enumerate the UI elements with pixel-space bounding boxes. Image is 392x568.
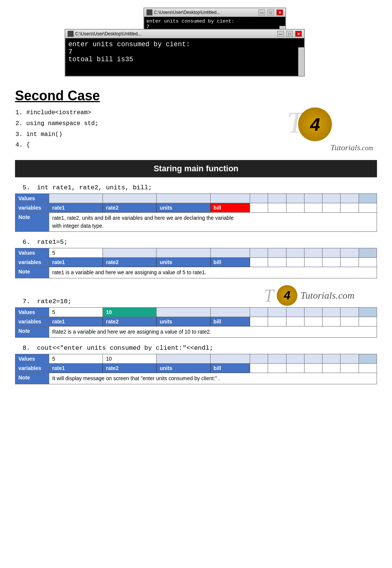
- var6-e5: [323, 258, 341, 267]
- note-text-6: rate1 is a variable and here we are assi…: [49, 267, 377, 278]
- var7-rate2: rate2: [103, 317, 157, 326]
- step-7-note-row: Note Rate2 is a variable and here we are…: [15, 326, 377, 338]
- val8-e7: [359, 354, 377, 364]
- var7-e4: [304, 317, 322, 326]
- step-6-statement: 6. rate1=5;: [23, 239, 377, 246]
- step-7-table: Values 5 10 variables rate1 rate2 units …: [15, 307, 377, 338]
- code-line-4: {: [26, 140, 279, 151]
- values-label-6: Values: [15, 248, 49, 258]
- var7-e5: [323, 317, 341, 326]
- val6-e5: [323, 248, 341, 258]
- large-terminal-icon: [68, 31, 74, 37]
- large-terminal-body: enter units consumed by cient: 7 totoal …: [65, 38, 304, 76]
- large-close-btn[interactable]: ✕: [295, 31, 302, 37]
- close-btn[interactable]: ✕: [276, 9, 283, 15]
- var7-units: units: [157, 317, 210, 326]
- tutorials-dotcom: .com: [360, 144, 374, 152]
- step-8-num: 8.: [23, 344, 30, 352]
- step-5-section: 5. int rate1, rate2, units, bill; Values…: [15, 184, 377, 232]
- note-label-6: Note: [15, 267, 49, 278]
- val7-e7: [359, 308, 377, 317]
- step-6-code: rate1=5;: [37, 239, 68, 246]
- step-8-vars-row: variables rate1 rate2 units bill: [15, 364, 377, 373]
- var8-e4: [304, 364, 322, 373]
- maximize-btn[interactable]: □: [267, 9, 274, 15]
- values-label-7: Values: [15, 308, 49, 317]
- var-units: units: [157, 203, 210, 213]
- val6-u: [157, 248, 210, 258]
- val-e7: [359, 194, 377, 203]
- val6-e6: [341, 248, 359, 258]
- step-7-num: 7.: [23, 298, 30, 305]
- var8-e1: [250, 364, 268, 373]
- t7-circle: 4: [277, 285, 297, 306]
- val8-e3: [286, 354, 304, 364]
- val6-r2: [103, 248, 157, 258]
- note-text-5: rate1, rate2, units and bill are variabl…: [49, 213, 377, 232]
- minimize-btn[interactable]: —: [258, 9, 265, 15]
- val6-e1: [250, 248, 268, 258]
- val-e5: [323, 194, 341, 203]
- var6-e3: [286, 258, 304, 267]
- step-8-note-row: Note It will display message on screen t…: [15, 373, 377, 384]
- var8-rate2: rate2: [103, 364, 157, 373]
- large-maximize-btn[interactable]: □: [286, 31, 293, 37]
- val7-r1: 5: [49, 308, 103, 317]
- var6-e6: [341, 258, 359, 267]
- val6-e4: [304, 248, 322, 258]
- note-label-7: Note: [15, 326, 49, 338]
- terminal-icon: [146, 9, 152, 15]
- step-5-code: int rate1, rate2, units, bill;: [37, 184, 152, 191]
- var6-e2: [268, 258, 286, 267]
- step-5-values-row: Values: [15, 194, 377, 203]
- val6-r1: 5: [49, 248, 103, 258]
- val6-b: [210, 248, 250, 258]
- step-7-section: 7. rate2=10; T 4 Tutorials.com Values 5 …: [15, 285, 377, 338]
- top-section: #include<iostream> using namespace std; …: [15, 107, 377, 156]
- large-line-3: totoal bill is35: [68, 56, 301, 63]
- step-5-note-row: Note rate1, rate2, units and bill are va…: [15, 213, 377, 232]
- large-line-2: 7: [68, 48, 301, 56]
- large-terminal-titlebar: C:\Users\User\Desktop\Untitled... — □ ✕: [65, 30, 304, 38]
- val7-e1: [250, 308, 268, 317]
- step-5-num: 5.: [23, 184, 30, 191]
- large-scrollbar[interactable]: [298, 47, 304, 76]
- val-e2: [268, 194, 286, 203]
- val7-e4: [304, 308, 322, 317]
- var6-units: units: [157, 258, 210, 267]
- step-7-logo: T 4 Tutorials.com: [264, 285, 354, 306]
- val8-e4: [304, 354, 322, 364]
- var-e2: [268, 203, 286, 213]
- large-minimize-btn[interactable]: —: [277, 31, 284, 37]
- val8-e1: [250, 354, 268, 364]
- main-content: Second Case #include<iostream> using nam…: [8, 88, 384, 384]
- step-5-table: Values variables rate1 rate2 units bill: [15, 193, 377, 232]
- val6-e7: [359, 248, 377, 258]
- var7-rate1: rate1: [49, 317, 103, 326]
- step-8-code: cout<<"enter units consumed by client:"<…: [37, 344, 213, 352]
- note-label-5: Note: [15, 213, 49, 232]
- t7-letter: T: [264, 285, 274, 306]
- val8-e6: [341, 354, 359, 364]
- step-7-statement: 7. rate2=10;: [23, 298, 71, 305]
- val-e1: [250, 194, 268, 203]
- values-label: Values: [15, 194, 49, 203]
- var6-e1: [250, 258, 268, 267]
- var-e3: [286, 203, 304, 213]
- var8-e3: [286, 364, 304, 373]
- val-r2: [103, 194, 157, 203]
- large-terminal: C:\Users\User\Desktop\Untitled... — □ ✕ …: [65, 29, 305, 77]
- intro-code-lines: #include<iostream> using namespace std; …: [15, 107, 279, 151]
- step-5-statement: 5. int rate1, rate2, units, bill;: [23, 184, 377, 191]
- code-line-3: int main(): [26, 129, 279, 140]
- var-bill: bill: [210, 203, 250, 213]
- var7-e3: [286, 317, 304, 326]
- var8-e2: [268, 364, 286, 373]
- small-terminal-titlebar: C:\Users\User\Desktop\Untitled... — □ ✕: [144, 8, 285, 17]
- var6-e7: [359, 258, 377, 267]
- small-line-1: enter units consumed by cient:: [146, 18, 283, 24]
- var-e6: [341, 203, 359, 213]
- var8-e5: [323, 364, 341, 373]
- var7-e7: [359, 317, 377, 326]
- step-5-vars-row: variables rate1 rate2 units bill: [15, 203, 377, 213]
